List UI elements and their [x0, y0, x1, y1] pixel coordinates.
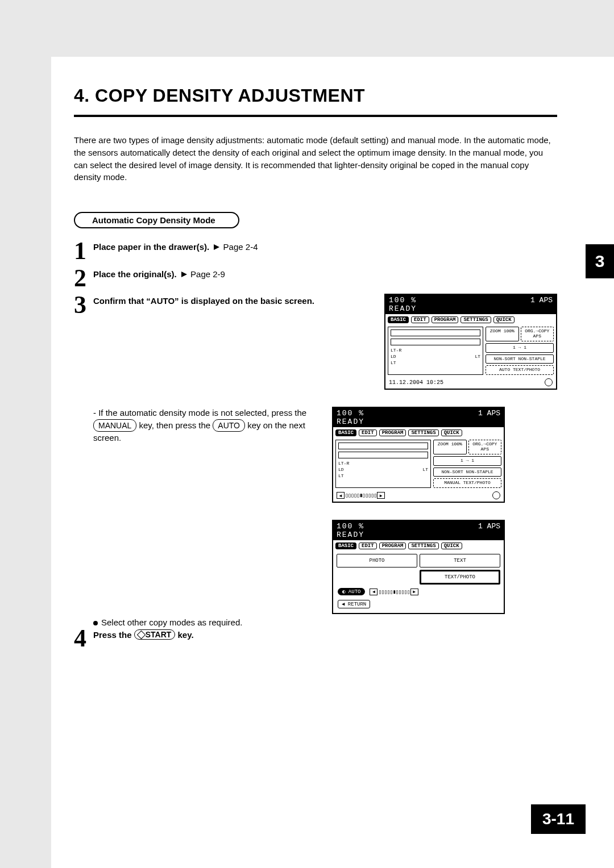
duplex-button[interactable]: 1 → 1: [486, 343, 554, 353]
bullet-icon: [93, 621, 98, 625]
tab-program[interactable]: PROGRAM: [432, 316, 459, 323]
divider: [74, 115, 557, 117]
duplex-button[interactable]: 1 → 1: [433, 456, 501, 466]
org-copy-button[interactable]: ORG.→COPY APS: [521, 327, 554, 341]
tray-diagram: LT-R LDLT LT: [388, 327, 483, 375]
density-slider[interactable]: ◀▯▯▯▯▯▮▯▯▯▯▯▶: [337, 492, 385, 499]
text-button[interactable]: TEXT: [420, 554, 500, 567]
auto-chip[interactable]: ◐ AUTO: [338, 588, 365, 595]
step1-ref: Page 2-4: [223, 242, 258, 252]
tab-basic[interactable]: BASIC: [335, 542, 356, 549]
tab-quick[interactable]: QUICK: [441, 429, 462, 436]
step-number: 3: [74, 294, 93, 316]
globe-icon: [545, 378, 553, 386]
density-slider[interactable]: ◀▯▯▯▯▯▮▯▯▯▯▯▶: [370, 589, 418, 595]
page-number: 3-11: [531, 804, 586, 834]
step-number: 1: [74, 240, 93, 262]
step2-ref: Page 2-9: [190, 269, 225, 279]
tab-program[interactable]: PROGRAM: [379, 429, 406, 436]
lcd-panel-density-mode: 100 %READY 1 APS BASIC EDIT PROGRAM SETT…: [332, 520, 505, 614]
tab-settings[interactable]: SETTINGS: [460, 316, 491, 323]
step-number: 4: [74, 627, 93, 650]
tab-edit[interactable]: EDIT: [411, 316, 429, 323]
step-4: 4 Press the START key.: [74, 627, 557, 650]
manual-key: MANUAL: [93, 419, 136, 432]
section-pill: Automatic Copy Density Mode: [74, 212, 239, 228]
step1-text: Place paper in the drawer(s).: [93, 242, 209, 252]
tab-settings[interactable]: SETTINGS: [408, 542, 438, 549]
tab-settings[interactable]: SETTINGS: [408, 429, 438, 436]
step3-note: - If the automatic density mode is not s…: [93, 407, 321, 444]
diamond-icon: [136, 630, 146, 639]
tab-quick[interactable]: QUICK: [493, 316, 515, 323]
start-key: START: [134, 629, 176, 640]
tray-diagram: LT-R LDLT LT: [335, 440, 431, 488]
step-2: 2 Place the original(s). Page 2-9: [74, 267, 557, 290]
zoom-button[interactable]: ZOOM 100%: [433, 440, 467, 454]
return-button[interactable]: ◀ RETURN: [338, 600, 370, 608]
arrow-icon: [214, 244, 219, 250]
tab-edit[interactable]: EDIT: [359, 429, 377, 436]
text-photo-button[interactable]: TEXT/PHOTO: [420, 570, 500, 585]
tab-quick[interactable]: QUICK: [441, 542, 462, 549]
copy-modes-note: Select other copy modes as required.: [93, 617, 557, 627]
timestamp: 11.12.2004 10:25: [389, 379, 443, 386]
zoom-button[interactable]: ZOOM 100%: [486, 327, 519, 341]
photo-button[interactable]: PHOTO: [337, 554, 417, 567]
globe-icon: [492, 491, 500, 499]
intro-paragraph: There are two types of image density adj…: [74, 134, 557, 183]
arrow-icon: [181, 272, 187, 277]
tab-edit[interactable]: EDIT: [359, 542, 377, 549]
step3-text: Confirm that “AUTO” is displayed on the …: [93, 296, 314, 306]
step-number: 2: [74, 267, 93, 290]
chapter-tab: 3: [586, 244, 614, 278]
lcd-panel-basic-auto: 100 %READY 1 APS BASIC EDIT PROGRAM SETT…: [384, 294, 557, 390]
tab-program[interactable]: PROGRAM: [379, 542, 406, 549]
tab-basic[interactable]: BASIC: [388, 316, 409, 323]
sort-button[interactable]: NON-SORT NON-STAPLE: [433, 468, 501, 477]
lcd-panel-basic-manual: 100 %READY 1 APS BASIC EDIT PROGRAM SETT…: [332, 407, 505, 503]
auto-key: AUTO: [213, 419, 245, 432]
density-auto-button[interactable]: AUTO TEXT/PHOTO: [486, 365, 554, 375]
step2-text: Place the original(s).: [93, 269, 177, 279]
density-manual-button[interactable]: MANUAL TEXT/PHOTO: [433, 478, 501, 488]
tab-basic[interactable]: BASIC: [335, 429, 356, 436]
step-3: 3 Confirm that “AUTO” is displayed on th…: [74, 294, 373, 316]
org-copy-button[interactable]: ORG.→COPY APS: [468, 440, 502, 454]
step-1: 1 Place paper in the drawer(s). Page 2-4: [74, 240, 557, 262]
page-title: 4. COPY DENSITY ADJUSTMENT: [74, 85, 557, 106]
sort-button[interactable]: NON-SORT NON-STAPLE: [486, 354, 554, 364]
